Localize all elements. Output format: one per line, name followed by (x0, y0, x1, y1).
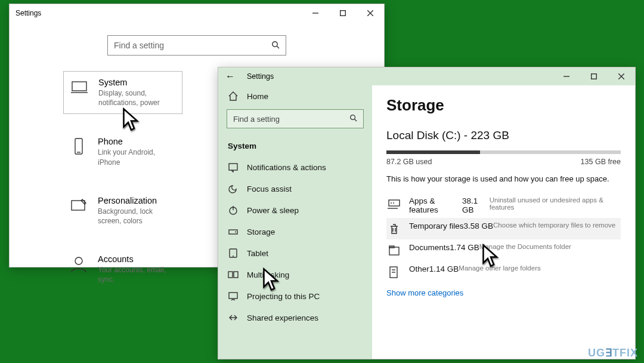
settings-storage-window: ← Settings Home Find a setting System (218, 67, 636, 359)
titlebar: ← Settings (218, 67, 635, 85)
settings-sidebar: Home Find a setting System Notifications… (218, 85, 372, 359)
tile-sub: Display, sound, notifications, power (98, 88, 176, 107)
storage-category-documents[interactable]: Documents1.74 GBManage the Documents fol… (386, 239, 621, 261)
phone-icon (69, 137, 88, 156)
category-icon (388, 244, 401, 257)
sidebar-item-label: Notifications & actions (247, 163, 326, 172)
search-input[interactable]: Find a setting (107, 35, 286, 56)
disk-free-label: 135 GB free (581, 158, 621, 166)
sidebar-home-label: Home (247, 92, 268, 101)
tile-accounts[interactable]: Accounts Your accounts, email, sync, (63, 248, 182, 290)
minimize-button[interactable] (302, 4, 329, 22)
svg-line-31 (355, 119, 357, 122)
disk-used-label: 87.2 GB used (386, 158, 432, 166)
svg-rect-39 (228, 272, 233, 278)
window-title: Settings (247, 72, 274, 81)
category-sub: Uninstall unused or undesired apps & fea… (490, 196, 620, 214)
storage-category-temporary-files[interactable]: Temporary files3.58 GBChoose which tempo… (386, 218, 621, 239)
sidebar-item-storage[interactable]: Storage (218, 221, 372, 242)
minimize-button[interactable] (553, 67, 580, 85)
sidebar-item-label: Storage (247, 227, 275, 236)
maximize-button[interactable] (580, 67, 608, 85)
personalization-icon (69, 196, 88, 215)
category-icon (388, 198, 401, 211)
category-icon (388, 266, 401, 279)
category-sub: Manage other large folders (459, 264, 540, 273)
svg-point-4 (273, 41, 277, 46)
category-size: 1.74 GB (450, 243, 479, 252)
sidebar-item-focus-assist[interactable]: Focus assist (218, 178, 372, 199)
category-sub: Choose which temporary files to remove (493, 222, 615, 230)
category-sub: Manage the Documents folder (479, 243, 571, 252)
storage-note: This is how your storage is used and how… (386, 174, 621, 183)
svg-rect-6 (72, 82, 86, 91)
tile-phone[interactable]: Phone Link your Android, iPhone (63, 131, 182, 173)
system-icon (70, 78, 89, 97)
tile-personalization[interactable]: Personalization Background, lock screen,… (63, 190, 182, 232)
storage-category-other[interactable]: Other1.14 GBManage other large folders (386, 261, 621, 282)
sidebar-item-multitasking[interactable]: Multitasking (218, 264, 372, 285)
window-controls (302, 4, 384, 22)
svg-rect-48 (389, 247, 399, 255)
svg-point-45 (393, 202, 394, 204)
shared-icon (228, 312, 239, 323)
window-controls (553, 67, 635, 85)
sidebar-item-projecting[interactable]: Projecting to this PC (218, 285, 372, 307)
tile-title: System (98, 78, 176, 87)
category-size: 38.1 GB (462, 196, 490, 214)
tile-sub: Link your Android, iPhone (98, 147, 177, 167)
sidebar-item-label: Shared experiences (247, 313, 318, 322)
sidebar-item-label: Power & sleep (247, 206, 299, 215)
page-heading: Storage (386, 96, 621, 115)
category-name: Other (409, 264, 429, 273)
tile-title: Accounts (98, 254, 177, 264)
window-title: Settings (16, 9, 302, 17)
svg-rect-41 (229, 293, 237, 299)
sidebar-heading: System (218, 133, 372, 156)
multitasking-icon (228, 269, 239, 280)
tablet-icon (228, 248, 239, 259)
sidebar-item-label: Projecting to this PC (247, 292, 320, 301)
category-name: Documents (409, 243, 450, 252)
sidebar-item-shared-experiences[interactable]: Shared experiences (218, 307, 372, 328)
svg-rect-40 (234, 272, 238, 278)
search-icon (349, 114, 357, 124)
category-name: Temporary files (409, 222, 464, 230)
sidebar-item-label: Tablet (247, 249, 268, 258)
tile-title: Personalization (98, 196, 177, 205)
storage-category-apps-features[interactable]: Apps & features38.1 GBUninstall unused o… (386, 193, 621, 218)
tile-title: Phone (98, 137, 177, 146)
tile-system[interactable]: System Display, sound, notifications, po… (63, 71, 182, 114)
titlebar: Settings (10, 4, 384, 22)
category-name: Apps & features (409, 196, 462, 214)
close-button[interactable] (357, 4, 384, 22)
show-more-link[interactable]: Show more categories (386, 288, 621, 297)
sidebar-item-notifications[interactable]: Notifications & actions (218, 156, 372, 178)
tile-sub: Your accounts, email, sync, (98, 265, 177, 284)
sidebar-item-label: Multitasking (247, 270, 289, 279)
storage-icon (228, 226, 239, 237)
storage-main-panel: Storage Local Disk (C:) - 223 GB 87.2 GB… (372, 85, 635, 359)
search-placeholder: Find a setting (233, 115, 280, 124)
accounts-icon (69, 254, 88, 273)
disk-usage-fill (386, 150, 480, 154)
disk-title: Local Disk (C:) - 223 GB (386, 129, 621, 142)
back-button[interactable]: ← (225, 71, 235, 82)
sidebar-home[interactable]: Home (218, 85, 372, 107)
maximize-button[interactable] (329, 4, 357, 22)
sidebar-search-input[interactable]: Find a setting (227, 109, 364, 128)
sidebar-item-tablet[interactable]: Tablet (218, 242, 372, 264)
category-size: 3.58 GB (464, 222, 494, 230)
svg-rect-1 (340, 11, 346, 16)
watermark: UG∃TFIX (588, 346, 638, 359)
svg-point-44 (391, 202, 392, 204)
focus-assist-icon (228, 183, 239, 194)
svg-point-30 (351, 115, 355, 120)
search-placeholder: Find a setting (114, 41, 164, 50)
notifications-icon (228, 162, 239, 173)
svg-rect-27 (592, 74, 597, 79)
sidebar-item-power-sleep[interactable]: Power & sleep (218, 199, 372, 221)
power-icon (228, 205, 239, 216)
close-button[interactable] (608, 67, 635, 85)
projecting-icon (228, 291, 239, 302)
